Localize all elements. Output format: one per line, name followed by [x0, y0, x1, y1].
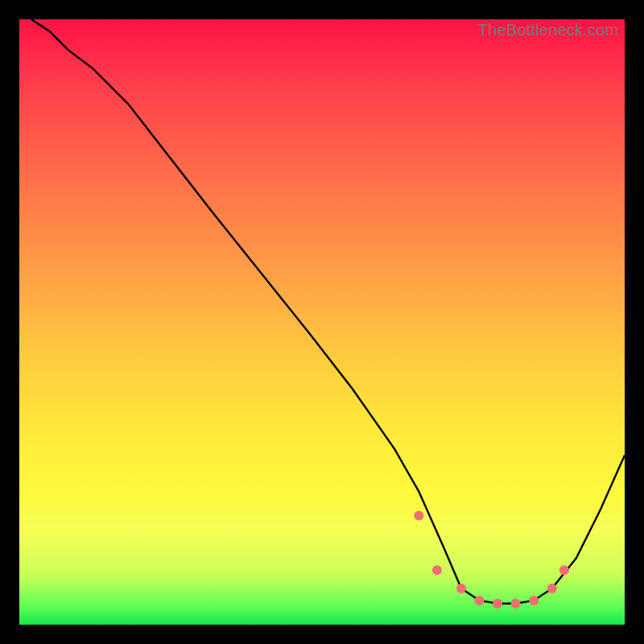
curve-path — [31, 19, 625, 604]
highlight-dot — [414, 511, 423, 521]
highlight-dot — [511, 599, 521, 609]
chart-frame: TheBottleneck.com — [0, 0, 644, 644]
plot-area: TheBottleneck.com — [19, 19, 625, 625]
bottleneck-curve — [19, 19, 625, 625]
highlight-dot — [456, 584, 466, 593]
highlight-dot — [475, 596, 485, 605]
highlight-dot — [493, 599, 502, 609]
highlight-dot — [559, 565, 569, 575]
highlight-dot — [547, 584, 557, 593]
highlight-dot — [529, 596, 539, 605]
highlight-dot — [432, 565, 442, 575]
